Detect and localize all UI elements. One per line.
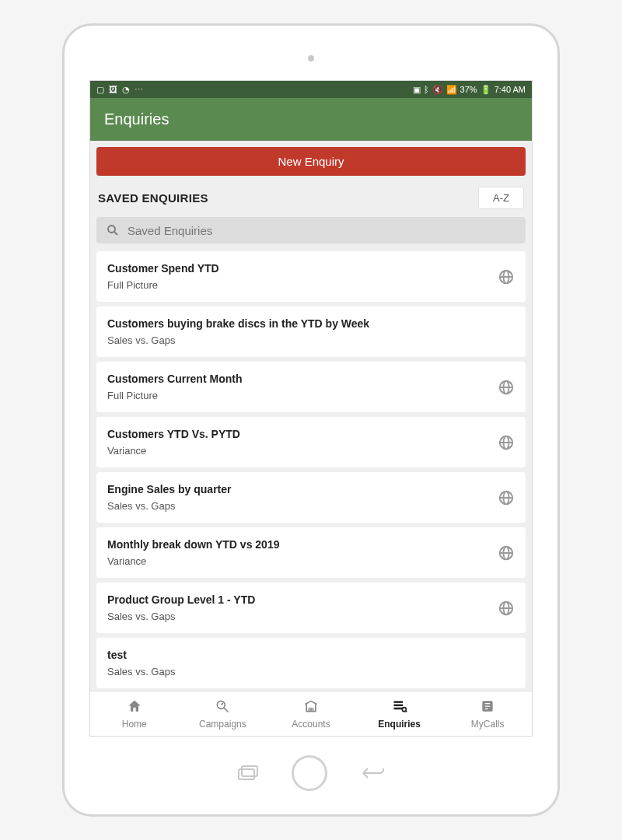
nav-item-campaigns[interactable]: Campaigns <box>179 691 267 736</box>
nav-item-mycalls[interactable]: MyCalls <box>443 691 532 736</box>
list-item[interactable]: Engine Sales by quarterSales vs. Gaps <box>96 472 526 523</box>
tablet-frame: ▢ 🖼 ◔ ⋯ ▣ ᛒ 🔇 📶 37% 🔋 7:40 AM Enquiries … <box>62 23 560 817</box>
svg-line-7 <box>405 710 407 712</box>
content-area: New Enquiry SAVED ENQUIRIES A-Z Customer… <box>90 141 532 691</box>
globe-icon <box>498 379 515 396</box>
campaigns-icon <box>215 698 230 716</box>
item-subtitle: Variance <box>107 555 498 567</box>
item-title: Customers YTD Vs. PYTD <box>107 428 498 440</box>
bottom-nav: HomeCampaignsAccountsEnquiriesMyCalls <box>90 691 532 736</box>
back-button[interactable] <box>358 764 386 782</box>
list-item[interactable]: Product Group Level 1 - YTDSales vs. Gap… <box>96 583 526 633</box>
item-title: test <box>107 649 515 661</box>
wifi-icon: 📶 <box>446 85 457 95</box>
nav-label: Accounts <box>292 719 330 730</box>
item-title: Customers buying brake discs in the YTD … <box>107 317 515 330</box>
globe-icon <box>498 600 515 617</box>
item-title: Monthly break down YTD vs 2019 <box>107 538 498 551</box>
item-title: Customer Spend YTD <box>107 262 498 275</box>
battery-percent: 37% <box>460 85 477 94</box>
svg-rect-5 <box>393 707 403 709</box>
item-subtitle: Full Picture <box>107 390 498 401</box>
hardware-buttons <box>236 755 386 791</box>
mycalls-icon <box>480 698 495 716</box>
bluetooth-icon: ᛒ <box>424 85 429 94</box>
globe-icon <box>498 434 515 451</box>
nav-label: Campaigns <box>199 719 246 730</box>
home-icon <box>127 698 142 716</box>
status-left: ▢ 🖼 ◔ ⋯ <box>96 85 143 95</box>
item-text: Product Group Level 1 - YTDSales vs. Gap… <box>107 593 498 622</box>
item-text: Customers YTD Vs. PYTDVariance <box>107 428 498 457</box>
nav-label: Enquiries <box>378 719 421 730</box>
enquiries-icon <box>392 698 407 716</box>
item-text: Customer Spend YTDFull Picture <box>107 262 498 291</box>
item-text: Customers Current MonthFull Picture <box>107 373 498 401</box>
new-enquiry-button[interactable]: New Enquiry <box>96 147 526 176</box>
item-text: Monthly break down YTD vs 2019Variance <box>107 538 498 567</box>
svg-rect-3 <box>393 701 403 703</box>
mute-icon: 🔇 <box>432 85 443 95</box>
status-right: ▣ ᛒ 🔇 📶 37% 🔋 7:40 AM <box>413 85 526 95</box>
item-title: Product Group Level 1 - YTD <box>107 593 498 606</box>
more-icon: ⋯ <box>135 85 143 95</box>
status-bar: ▢ 🖼 ◔ ⋯ ▣ ᛒ 🔇 📶 37% 🔋 7:40 AM <box>90 81 532 98</box>
home-button[interactable] <box>292 755 327 791</box>
sort-button[interactable]: A-Z <box>478 187 524 209</box>
list-item[interactable]: Customers Current MonthFull Picture <box>96 362 526 412</box>
camera-dot <box>308 55 314 61</box>
item-subtitle: Variance <box>107 445 498 457</box>
nfc-icon: ▣ <box>413 85 421 95</box>
section-title: SAVED ENQUIRIES <box>98 191 208 205</box>
enquiry-list: Customer Spend YTDFull PictureCustomers … <box>90 251 532 688</box>
search-box[interactable] <box>96 217 526 243</box>
square-icon: ▢ <box>96 85 104 95</box>
nav-item-enquiries[interactable]: Enquiries <box>355 691 444 736</box>
battery-icon: 🔋 <box>480 85 491 95</box>
item-title: Engine Sales by quarter <box>107 483 498 495</box>
list-item[interactable]: Customers buying brake discs in the YTD … <box>96 306 526 357</box>
item-text: Engine Sales by quarterSales vs. Gaps <box>107 483 498 512</box>
image-icon: 🖼 <box>109 85 117 94</box>
recent-apps-button[interactable] <box>236 764 260 782</box>
page-title: Enquiries <box>104 110 169 128</box>
item-subtitle: Sales vs. Gaps <box>107 334 515 346</box>
search-input[interactable] <box>128 224 516 237</box>
list-item[interactable]: Customers YTD Vs. PYTDVariance <box>96 417 526 467</box>
nav-label: MyCalls <box>471 719 505 730</box>
item-subtitle: Sales vs. Gaps <box>107 611 498 622</box>
globe-icon <box>498 268 515 285</box>
svg-rect-4 <box>393 704 403 706</box>
list-item[interactable]: testSales vs. Gaps <box>96 638 526 688</box>
search-icon <box>106 223 120 237</box>
item-title: Customers Current Month <box>107 373 498 385</box>
item-subtitle: Full Picture <box>107 279 498 291</box>
nav-label: Home <box>122 719 147 730</box>
list-item[interactable]: Customer Spend YTDFull Picture <box>96 251 526 302</box>
app-bar: Enquiries <box>90 98 532 141</box>
item-text: Customers buying brake discs in the YTD … <box>107 317 515 346</box>
nav-item-accounts[interactable]: Accounts <box>267 691 355 736</box>
clock-icon: ◔ <box>122 85 130 95</box>
globe-icon <box>498 489 515 506</box>
list-item[interactable]: Monthly break down YTD vs 2019Variance <box>96 527 526 578</box>
item-subtitle: Sales vs. Gaps <box>107 500 498 512</box>
accounts-icon <box>303 698 319 716</box>
nav-item-home[interactable]: Home <box>90 691 179 736</box>
screen: ▢ 🖼 ◔ ⋯ ▣ ᛒ 🔇 📶 37% 🔋 7:40 AM Enquiries … <box>89 80 533 737</box>
item-text: testSales vs. Gaps <box>107 649 515 677</box>
clock-time: 7:40 AM <box>494 85 526 94</box>
svg-point-0 <box>108 226 115 233</box>
section-header: SAVED ENQUIRIES A-Z <box>90 182 532 214</box>
globe-icon <box>498 544 515 562</box>
item-subtitle: Sales vs. Gaps <box>107 666 515 677</box>
svg-line-1 <box>114 232 117 235</box>
